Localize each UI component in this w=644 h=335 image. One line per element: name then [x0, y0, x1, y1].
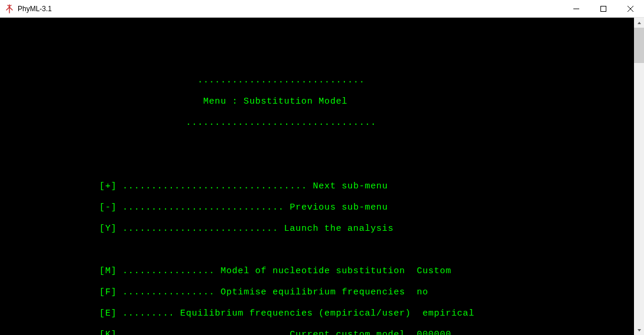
blank-line: [7, 245, 629, 256]
scroll-down-button[interactable]: [634, 325, 644, 335]
scroll-thumb[interactable]: [634, 28, 644, 63]
minimize-button[interactable]: [563, 0, 590, 17]
window-controls: [563, 0, 644, 17]
nav-prev: [-] ............................ Previou…: [7, 203, 629, 213]
menu-header-title: Menu : Substitution Model: [7, 97, 629, 107]
window-titlebar: PhyML-3.1: [0, 0, 644, 18]
opt-custom-model: [K] ............................ Current…: [7, 330, 629, 335]
blank-line: [7, 160, 629, 171]
maximize-button[interactable]: [590, 0, 617, 17]
vertical-scrollbar[interactable]: [634, 18, 644, 335]
blank-line: [7, 139, 629, 150]
blank-line: [7, 54, 629, 65]
terminal-output[interactable]: ............................. Menu : Sub…: [0, 18, 634, 335]
menu-header-dots: .............................: [7, 75, 629, 86]
nav-launch: [Y] ........................... Launch t…: [7, 224, 629, 234]
nav-next: [+] ................................ Nex…: [7, 181, 629, 192]
close-button[interactable]: [617, 0, 644, 17]
window-title: PhyML-3.1: [18, 5, 563, 13]
svg-rect-0: [601, 6, 606, 11]
blank-line: [7, 33, 629, 44]
opt-optimise-freq: [F] ................ Optimise equilibriu…: [7, 287, 629, 298]
opt-equilibrium: [E] ......... Equilibrium frequencies (e…: [7, 309, 629, 319]
opt-model: [M] ................ Model of nucleotide…: [7, 266, 629, 277]
scroll-up-button[interactable]: [634, 18, 644, 28]
menu-header-dots: .................................: [7, 118, 629, 128]
app-icon: [5, 4, 14, 14]
